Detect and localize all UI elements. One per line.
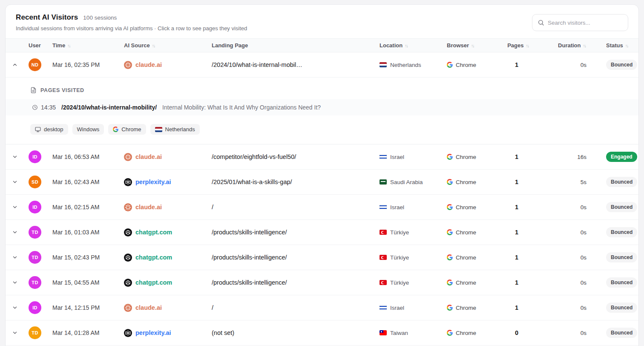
expand-chevron-icon[interactable] [6,280,24,285]
chrome-browser-icon [447,229,453,235]
session-tag: Netherlands [150,124,200,135]
expand-chevron-icon[interactable] [6,154,24,160]
chrome-browser-icon [447,204,453,210]
country-flag-icon [380,330,387,335]
sort-icon[interactable]: ↑↓ [625,43,629,48]
pages-count: 1 [499,179,529,185]
status-badge: Engaged [606,152,637,162]
column-header-pages[interactable]: Pages↑↓ [499,42,529,49]
duration-value: 0s [581,229,586,236]
sort-icon[interactable]: ↑↓ [526,43,530,48]
table-row[interactable]: ND Mar 16, 02:35 PM claude.ai /2024/10/w… [6,52,638,78]
status-badge: Bounced [606,252,637,262]
landing-page-cell: / [212,204,373,210]
avatar: TD [29,326,41,339]
monitor-icon [35,127,41,133]
table-row[interactable]: TD Mar 14, 01:28 AM perplexity.ai (not s… [6,320,638,346]
visit-url[interactable]: /2024/10/what-is-internal-mobility/ [61,104,157,111]
ai-source-link[interactable]: claude.ai [135,153,162,160]
avatar: TD [29,226,41,239]
table-row[interactable]: SD Mar 16, 02:43 AM perplexity.ai /2025/… [6,170,638,195]
sort-icon[interactable]: ↑↓ [67,43,71,48]
claude-icon [124,203,132,211]
avatar: ID [29,301,41,314]
expanded-session-details: PAGES VISITED 14:35 /2024/10/what-is-int… [6,78,638,144]
table-row[interactable]: ID Mar 16, 02:15 AM claude.ai / Israel C… [6,195,638,220]
visited-page-row[interactable]: 14:35 /2024/10/what-is-internal-mobility… [6,99,638,115]
landing-page-cell: /products/skills-intelligence/ [212,229,373,236]
visit-time: 14:35 [41,104,56,111]
table-header: UserTime↑↓AI Source↑↓Landing PageLocatio… [6,38,638,52]
perplexity-icon [124,329,132,337]
expand-chevron-icon[interactable] [6,179,24,185]
pages-count: 1 [499,304,529,311]
country-flag-icon [380,179,387,185]
ai-source-link[interactable]: chatgpt.com [135,279,172,286]
duration-value: 0s [581,204,586,210]
perplexity-icon [124,178,132,186]
ai-source-link[interactable]: perplexity.ai [135,329,171,336]
pages-count: 1 [499,153,529,160]
table-row[interactable]: TD Mar 15, 04:55 AM chatgpt.com /product… [6,270,638,295]
chrome-browser-icon [447,254,453,260]
browser-name: Chrome [456,204,476,210]
sort-icon[interactable]: ↑↓ [152,43,156,48]
ai-source-link[interactable]: claude.ai [135,304,162,311]
netherlands-flag-icon [155,127,162,132]
expand-chevron-icon[interactable] [6,254,24,260]
avatar: ID [29,201,41,213]
expand-chevron-icon[interactable] [6,204,24,210]
duration-value: 0s [581,280,586,286]
country-name: Israel [390,154,404,160]
subtitle: Individual sessions from visitors arrivi… [16,25,247,32]
status-badge: Bounced [606,328,637,338]
column-header-ai-source[interactable]: AI Source↑↓ [120,42,212,49]
country-flag-icon [380,230,387,235]
claude-icon [124,153,132,161]
avatar: ND [29,58,41,71]
visit-page-title: Internal Mobility: What Is It And Why Or… [162,104,321,111]
column-header-location[interactable]: Location↑↓ [373,42,437,49]
column-header-time[interactable]: Time↑↓ [52,42,120,49]
sort-icon[interactable]: ↑↓ [583,43,587,48]
column-header-duration[interactable]: Duration↑↓ [529,42,586,49]
duration-value: 0s [581,305,586,311]
search-box[interactable] [532,14,628,31]
browser-name: Chrome [456,254,476,261]
expand-chevron-icon[interactable] [6,229,24,235]
time-cell: Mar 16, 02:35 PM [52,61,120,68]
pages-count: 0 [499,329,529,336]
sort-icon[interactable]: ↑↓ [471,43,475,48]
expand-chevron-icon[interactable] [6,305,24,311]
landing-page-cell: /products/skills-intelligence/ [212,279,373,286]
column-header-status[interactable]: Status↑↓ [586,42,632,49]
ai-source-link[interactable]: chatgpt.com [135,229,172,236]
time-cell: Mar 16, 06:53 AM [52,153,120,160]
ai-source-link[interactable]: claude.ai [135,61,162,68]
card-header: Recent AI Visitors 100 sessions Individu… [6,5,638,38]
duration-value: 5s [581,179,586,185]
pages-visited-title: PAGES VISITED [40,87,84,93]
time-cell: Mar 15, 04:55 AM [52,279,120,286]
browser-name: Chrome [456,280,476,286]
chrome-browser-icon [447,62,453,68]
session-tags: desktopWindowsChromeNetherlands [6,115,638,136]
table-row[interactable]: ID Mar 14, 12:15 PM claude.ai / Israel C… [6,295,638,320]
sort-icon[interactable]: ↑↓ [405,43,408,48]
search-input[interactable] [548,20,623,26]
country-name: Israel [390,204,404,210]
expand-chevron-icon[interactable] [6,330,24,336]
table-row[interactable]: ID Mar 16, 06:53 AM claude.ai /competito… [6,144,638,170]
country-flag-icon [380,255,387,260]
table-row[interactable]: TD Mar 15, 02:43 PM chatgpt.com /product… [6,245,638,270]
country-flag-icon [380,305,387,310]
title-block: Recent AI Visitors 100 sessions Individu… [16,13,247,32]
table-row[interactable]: TD Mar 16, 01:03 AM chatgpt.com /product… [6,220,638,245]
ai-source-link[interactable]: chatgpt.com [135,254,172,261]
expand-chevron-icon[interactable] [6,62,24,68]
recent-ai-visitors-card: Recent AI Visitors 100 sessions Individu… [5,4,639,346]
ai-source-link[interactable]: claude.ai [135,204,162,210]
column-header-browser[interactable]: Browser↑↓ [437,42,499,49]
ai-source-link[interactable]: perplexity.ai [135,179,171,185]
openai-icon [124,254,132,262]
